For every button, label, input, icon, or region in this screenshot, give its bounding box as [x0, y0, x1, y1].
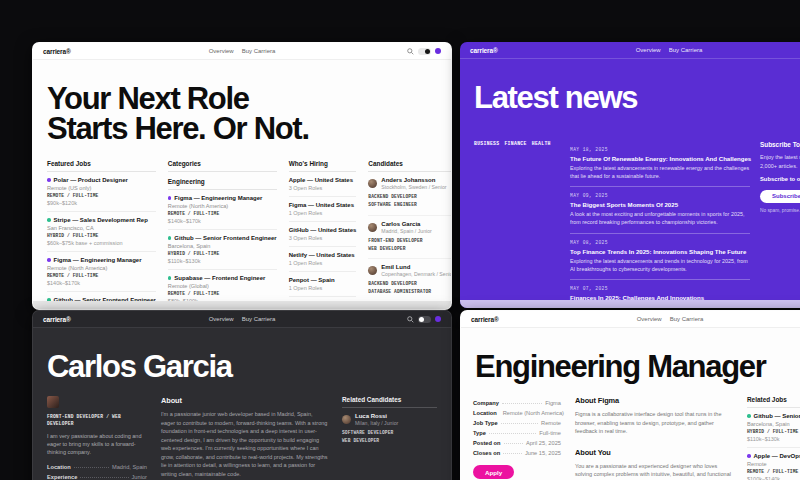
dotted-leader — [502, 403, 542, 404]
logo[interactable]: carriera® — [470, 47, 498, 54]
fact-value: Remote — [541, 420, 561, 426]
nav-overview[interactable]: Overview — [209, 316, 234, 322]
search-icon[interactable] — [407, 48, 414, 55]
jobs-columns: Featured Jobs Polar — Product Designer R… — [33, 160, 451, 310]
candidate-facts: Location Madrid, Spain Experience Junior — [47, 464, 147, 480]
hiring-item[interactable]: Apple — United States 3 Open Roles — [289, 172, 357, 197]
top-nav: Overview Buy Carriera — [209, 316, 276, 322]
fact-row: Job Type Remote — [473, 420, 561, 426]
nav-overview[interactable]: Overview — [637, 316, 662, 322]
job-meta: HYBRID / FULL-TIME — [168, 251, 277, 256]
subscribe-button[interactable]: Subscribe — [760, 190, 800, 203]
candidate-name-block: Anders Johansson Stockholm, Sweden / Sen… — [381, 177, 446, 190]
candidate-tag: WEB DEVELOPER — [342, 437, 437, 445]
job-title: Figma — Engineering Manager — [54, 257, 142, 263]
featured-jobs-column: Featured Jobs Polar — Product Designer R… — [47, 160, 156, 310]
candidate-tags: BACKEND DEVELOPER DATABASE ADMINISTRATOR — [368, 280, 452, 297]
job-title-row: Figma — Engineering Manager — [47, 257, 156, 263]
job-item[interactable]: Polar — Product Designer Remote (US only… — [47, 172, 156, 212]
column-header: Categories — [168, 160, 277, 172]
job-meta: REMOTE / FULL-TIME — [47, 193, 156, 198]
news-tag[interactable]: BUSINESS — [474, 141, 499, 308]
hero-line-2: Starts Here. Or Not. — [47, 114, 437, 144]
hiring-item[interactable]: Penpot — Spain 1 Open Roles — [289, 272, 357, 297]
candidate-item[interactable]: Carlos Garcia Madrid, Spain / Junior FRO… — [368, 216, 452, 260]
fact-label: Type — [473, 430, 486, 436]
hiring-item[interactable]: Netlify — United States 1 Open Roles — [289, 247, 357, 272]
newsletter-note: No spam, promise. — [760, 208, 800, 213]
nav-overview[interactable]: Overview — [636, 47, 661, 53]
job-title: Supabase — Frontend Engineer — [174, 275, 265, 281]
nav-buy-carriera[interactable]: Buy Carriera — [242, 316, 276, 322]
newsletter-sidebar: Subscribe To Our Newsletter Enjoy the la… — [760, 141, 800, 308]
search-icon[interactable] — [407, 316, 414, 323]
theme-toggle[interactable] — [418, 316, 431, 323]
related-candidates-panel: Related Candidates Luca Rossi Milan, Ita… — [342, 396, 437, 480]
candidate-tags: BACKEND DEVELOPER SOFTWARE ENGINEER — [368, 193, 452, 210]
job-item[interactable]: Figma — Engineering Manager Remote (Nort… — [168, 190, 277, 230]
category-section-label[interactable]: Engineering — [168, 172, 277, 190]
job-meta: HYBRID / FULL-TIME — [47, 233, 156, 238]
job-item[interactable]: Github — Senior Frontend Engineer Barcel… — [168, 230, 277, 270]
whos-hiring-column: Who's Hiring Apple — United States 3 Ope… — [289, 160, 357, 310]
hiring-item[interactable]: GitHub — United States 3 Open Roles — [289, 222, 357, 247]
candidate-tag: SOFTWARE DEVELOPER — [342, 429, 437, 437]
job-detail-layout: Company Figma Location Remote (North Ame… — [461, 396, 800, 480]
nav-buy-carriera[interactable]: Buy Carriera — [242, 48, 276, 54]
column-header: Candidates — [368, 160, 452, 172]
job-item[interactable]: Stripe — Sales Development Rep San Franc… — [47, 212, 156, 252]
about-you-text-1: You are a passionate and experienced des… — [575, 462, 733, 480]
account-dot[interactable] — [435, 316, 441, 322]
candidate-avatar — [368, 223, 377, 232]
theme-toggle[interactable] — [418, 48, 431, 55]
job-location: Remote — [747, 461, 800, 467]
job-facts-sidebar: Company Figma Location Remote (North Ame… — [473, 396, 561, 480]
job-location: Barcelona, Spain — [168, 243, 277, 249]
profile-sidebar: FRONT-END DEVELOPER / WEB DEVELOPER I am… — [47, 396, 147, 480]
candidate-avatar — [342, 415, 351, 424]
fact-value: Figma — [545, 400, 561, 406]
article-item[interactable]: MAY 08, 2025 Top Finance Trends In 2025:… — [570, 234, 750, 280]
articles-list: MAY 18, 2025 The Future Of Renewable Ene… — [570, 141, 750, 308]
job-title-row: Github — Senior Frontend Engineer — [747, 413, 800, 419]
article-item[interactable]: MAY 09, 2025 The Biggest Sports Moments … — [570, 187, 750, 233]
candidate-tag: BACKEND DEVELOPER — [368, 280, 452, 288]
logo[interactable]: carriera® — [43, 316, 71, 323]
news-tag[interactable]: FINANCE — [504, 141, 526, 308]
candidate-location: Madrid, Spain / Junior — [381, 228, 431, 234]
candidate-item[interactable]: Anders Johansson Stockholm, Sweden / Sen… — [368, 172, 452, 216]
nav-buy-carriera[interactable]: Buy Carriera — [670, 316, 704, 322]
job-location: Remote (US only) — [47, 185, 156, 191]
job-title: Polar — Product Designer — [54, 177, 128, 183]
job-item[interactable]: Apple — DevOps Engineer Remote REMOTE / … — [747, 448, 800, 480]
candidate-item[interactable]: Emil Lund Copenhagen, Denmark / Senior B… — [368, 259, 452, 303]
news-layout: BUSINESSFINANCEHEALTH MAY 18, 2025 The F… — [460, 141, 800, 308]
hiring-item[interactable]: Figma — United States 1 Open Roles — [289, 197, 357, 222]
logo[interactable]: carriera® — [43, 48, 71, 55]
dotted-leader — [80, 477, 128, 478]
candidate-name: Emil Lund — [381, 264, 452, 270]
nav-buy-carriera[interactable]: Buy Carriera — [669, 47, 703, 53]
logo[interactable]: carriera® — [471, 316, 499, 323]
column-header: Featured Jobs — [47, 160, 156, 172]
job-item[interactable]: Figma — Engineering Manager Remote (Nort… — [47, 252, 156, 292]
fact-label: Location — [473, 410, 497, 416]
candidate-item[interactable]: Luca Rossi Milan, Italy / Junior SOFTWAR… — [342, 408, 437, 451]
page-title: Your Next Role Starts Here. Or Not. — [47, 84, 437, 144]
newsletter-title: Subscribe To Our Newsletter — [760, 141, 800, 149]
top-nav: Overview Buy Carriera — [637, 316, 704, 322]
site-header: carriera® Overview Buy Carriera — [33, 43, 451, 60]
about-company-text: Figma is a collaborative interface desig… — [575, 410, 733, 436]
hiring-open-roles: 1 Open Roles — [289, 285, 357, 291]
apply-button[interactable]: Apply — [473, 465, 514, 479]
dotted-leader — [504, 443, 523, 444]
job-salary: $140k–$170k — [47, 280, 156, 286]
fact-value: Junior — [132, 474, 148, 480]
news-tag[interactable]: HEALTH — [532, 141, 551, 308]
site-header: carriera® Overview Buy Carriera — [33, 311, 451, 328]
article-item[interactable]: MAY 18, 2025 The Future Of Renewable Ene… — [570, 141, 750, 187]
job-item[interactable]: Github — Senior Frontend Engineer Barcel… — [747, 408, 800, 448]
nav-overview[interactable]: Overview — [209, 48, 234, 54]
account-dot[interactable] — [435, 48, 441, 54]
candidate-avatar — [368, 266, 377, 275]
